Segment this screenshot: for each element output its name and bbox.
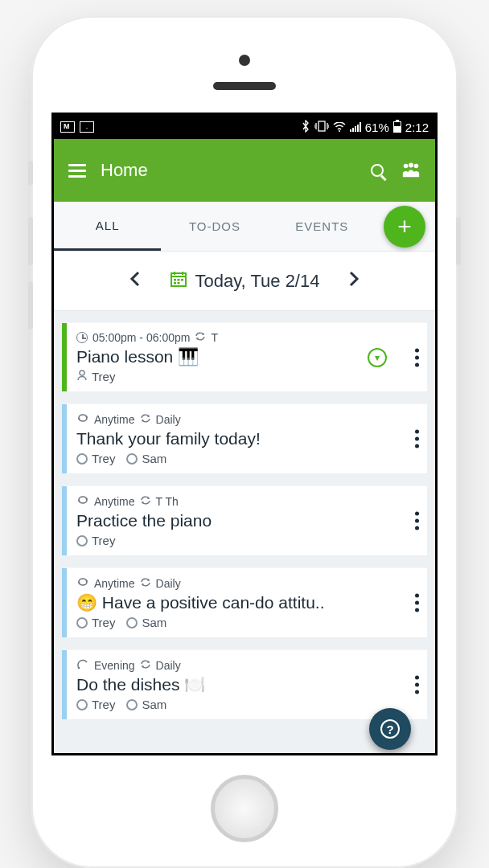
app-header: Home: [54, 139, 435, 202]
list-item[interactable]: Evening DailyDo the dishes 🍽️TreySam: [62, 649, 427, 720]
item-menu-button[interactable]: [415, 348, 419, 366]
svg-point-9: [414, 164, 419, 169]
add-button[interactable]: +: [384, 206, 425, 248]
item-time: Anytime: [94, 577, 135, 590]
assignee-list: TreySam: [76, 698, 416, 711]
assignee-list: TreySam: [76, 616, 416, 629]
item-list[interactable]: 05:00pm - 06:00pm TPiano lesson 🎹TreyAny…: [54, 311, 435, 753]
assignee-name: Trey: [92, 370, 115, 383]
search-icon[interactable]: [368, 161, 387, 180]
item-menu-button[interactable]: [415, 676, 419, 694]
checkbox-empty-icon[interactable]: [76, 699, 88, 710]
assignee-list: Trey: [76, 534, 416, 547]
assignee: Sam: [126, 616, 166, 629]
stripe: [62, 486, 67, 555]
item-meta: Evening Daily: [76, 658, 416, 672]
person-icon: [76, 370, 88, 383]
phone-speaker: [213, 82, 276, 90]
assignee: Sam: [126, 698, 166, 711]
assignee-name: Trey: [92, 534, 115, 547]
tab-events[interactable]: EVENTS: [269, 202, 376, 251]
svg-point-8: [409, 163, 413, 168]
battery-icon: [393, 121, 401, 133]
svg-point-16: [80, 371, 84, 375]
next-day-button[interactable]: [342, 264, 366, 298]
status-bar: 61% 2:12: [54, 115, 435, 139]
phone-home-button[interactable]: [211, 775, 278, 842]
checkbox-empty-icon[interactable]: [76, 617, 88, 628]
item-title: Piano lesson 🎹: [76, 347, 416, 366]
repeat-icon: [140, 495, 151, 508]
checkbox-empty-icon[interactable]: [126, 617, 138, 628]
svg-rect-2: [350, 129, 351, 132]
item-repeat: Daily: [156, 659, 181, 672]
item-title: Thank your family today!: [76, 429, 416, 448]
phone-frame: 61% 2:12 Home ALL TO-DOS EVENTS +: [31, 16, 458, 868]
status-time: 2:12: [405, 121, 429, 134]
assignee-list: TreySam: [76, 452, 416, 465]
checkbox-empty-icon[interactable]: [76, 453, 88, 465]
list-item[interactable]: Anytime DailyThank your family today!Tre…: [62, 403, 427, 474]
stripe: [62, 650, 67, 719]
help-button[interactable]: ?: [369, 708, 411, 750]
assignee: Trey: [76, 452, 115, 465]
repeat-icon: [140, 577, 151, 590]
item-title: 😁 Have a positive can-do attitu..: [76, 593, 416, 612]
assignee: Trey: [76, 698, 115, 711]
date-picker[interactable]: Today, Tue 2/14: [170, 270, 320, 293]
item-time: Evening: [94, 659, 135, 672]
checkbox-empty-icon[interactable]: [126, 699, 138, 710]
checkbox-empty-icon[interactable]: [76, 535, 88, 547]
item-repeat: Daily: [156, 413, 181, 426]
repeat-icon: [195, 331, 206, 344]
stripe: [62, 404, 67, 473]
stripe: [62, 323, 67, 391]
svg-point-17: [78, 667, 80, 669]
list-item[interactable]: Anytime Daily😁 Have a positive can-do at…: [62, 567, 427, 638]
family-icon[interactable]: [401, 161, 421, 180]
tab-todos[interactable]: TO-DOS: [161, 202, 268, 251]
date-navigator: Today, Tue 2/14: [54, 252, 435, 311]
item-time: 05:00pm - 06:00pm: [92, 331, 190, 344]
assignee-name: Trey: [92, 616, 115, 629]
svg-point-7: [404, 164, 409, 169]
assignee: Trey: [76, 616, 115, 629]
item-meta: Anytime Daily: [76, 412, 416, 426]
list-item[interactable]: 05:00pm - 06:00pm TPiano lesson 🎹Trey: [62, 322, 427, 392]
item-menu-button[interactable]: [415, 594, 419, 612]
svg-rect-5: [357, 125, 359, 132]
stripe: [62, 568, 67, 637]
svg-point-1: [339, 130, 340, 132]
signal-icon: [350, 121, 361, 134]
item-time: Anytime: [94, 413, 135, 426]
assignee-name: Sam: [142, 616, 166, 629]
item-repeat: T Th: [156, 495, 179, 508]
assignee-name: Sam: [142, 452, 166, 465]
list-item[interactable]: Anytime T ThPractice the pianoTrey: [62, 485, 427, 556]
item-menu-button[interactable]: [415, 430, 419, 448]
phone-mute-switch: [28, 161, 33, 185]
vibrate-icon: [314, 121, 329, 134]
item-title: Practice the piano: [76, 511, 416, 530]
assignee-name: Sam: [142, 698, 166, 711]
assignee-name: Trey: [92, 452, 115, 465]
phone-volume-down: [28, 281, 33, 330]
loop-icon: [76, 576, 89, 590]
checkbox-empty-icon[interactable]: [126, 453, 138, 465]
repeat-icon: [140, 413, 151, 426]
calendar-icon: [170, 270, 187, 293]
prev-day-button[interactable]: [123, 264, 147, 298]
complete-toggle[interactable]: [368, 348, 387, 367]
wifi-icon: [333, 121, 346, 134]
svg-rect-15: [177, 282, 179, 285]
menu-icon[interactable]: [68, 164, 86, 178]
tab-all[interactable]: ALL: [54, 202, 161, 251]
svg-rect-13: [181, 279, 183, 281]
item-menu-button[interactable]: [415, 512, 419, 530]
svg-rect-11: [174, 279, 176, 281]
loop-icon: [76, 494, 89, 508]
assignee: Trey: [76, 534, 115, 547]
item-repeat: Daily: [156, 577, 181, 590]
page-title: Home: [101, 160, 148, 181]
item-meta: 05:00pm - 06:00pm T: [76, 331, 416, 344]
